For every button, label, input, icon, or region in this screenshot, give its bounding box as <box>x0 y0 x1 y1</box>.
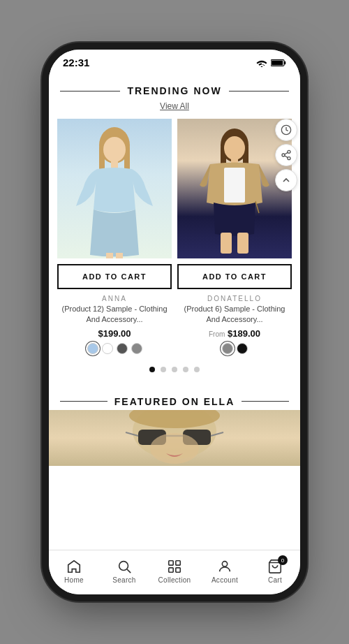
svg-rect-40 <box>169 568 173 572</box>
status-bar: 22:31 <box>49 50 300 73</box>
swatch-1-0[interactable] <box>87 343 98 354</box>
pagination-dots <box>49 361 300 383</box>
floating-actions <box>275 119 297 191</box>
featured-title: FEATURED ON ELLA <box>114 396 235 407</box>
dot-3[interactable] <box>183 367 188 372</box>
svg-line-37 <box>127 569 131 573</box>
from-label-2: From <box>209 330 225 338</box>
phone-frame: 22:31 TRENDING NOW View All <box>49 50 300 594</box>
search-icon <box>116 558 133 575</box>
product-name-2: (Product 6) Sample - Clothing And Access… <box>177 304 292 325</box>
svg-rect-39 <box>176 561 180 565</box>
featured-line-left <box>60 401 107 402</box>
dot-2[interactable] <box>172 367 177 372</box>
product-brand-2: DONATELLO <box>177 295 292 302</box>
svg-rect-21 <box>237 233 248 254</box>
featured-face <box>105 410 244 466</box>
bottom-nav: Home Search Collection <box>49 550 300 594</box>
nav-account[interactable]: Account <box>200 555 250 587</box>
product-brand-1: ANNA <box>57 295 172 302</box>
history-fab[interactable] <box>275 119 297 141</box>
fashion-figure-2 <box>193 126 276 258</box>
product-name-1: (Product 12) Sample - Clothing And Acces… <box>57 304 172 325</box>
nav-home-label: Home <box>64 576 84 584</box>
svg-rect-2 <box>284 61 285 64</box>
cart-icon: 0 <box>267 558 283 575</box>
featured-section: FEATURED ON ELLA <box>49 383 300 473</box>
add-to-cart-btn-2[interactable]: ADD TO CART <box>177 264 292 289</box>
cart-badge: 0 <box>278 555 288 565</box>
nav-collection-label: Collection <box>158 576 191 584</box>
svg-point-0 <box>261 66 263 66</box>
account-icon <box>216 558 233 575</box>
featured-header: FEATURED ON ELLA <box>49 383 300 410</box>
svg-point-7 <box>103 137 126 162</box>
svg-point-23 <box>288 150 290 153</box>
svg-point-25 <box>288 157 290 160</box>
svg-point-35 <box>150 433 199 464</box>
svg-rect-41 <box>176 568 180 572</box>
nav-search[interactable]: Search <box>99 555 149 587</box>
share-fab[interactable] <box>275 144 297 166</box>
color-swatches-1 <box>57 343 172 354</box>
status-icons <box>256 59 286 67</box>
up-fab[interactable] <box>275 169 297 191</box>
nav-search-label: Search <box>112 576 136 584</box>
product-card-1: ADD TO CART ANNA (Product 12) Sample - C… <box>54 119 174 361</box>
content-area: TRENDING NOW View All <box>49 73 300 550</box>
nav-collection[interactable]: Collection <box>149 555 200 587</box>
home-icon <box>66 558 82 575</box>
share-icon <box>281 149 292 161</box>
header-line-left <box>60 91 120 92</box>
status-time: 22:31 <box>63 57 89 68</box>
svg-point-36 <box>119 562 128 571</box>
product-price-1: $199.00 <box>57 328 172 339</box>
swatch-2-0[interactable] <box>222 343 233 354</box>
nav-home[interactable]: Home <box>49 555 99 587</box>
nav-account-label: Account <box>211 576 238 584</box>
product-image-1 <box>57 119 172 258</box>
svg-line-26 <box>285 156 288 158</box>
product-grid: ADD TO CART ANNA (Product 12) Sample - C… <box>49 119 300 361</box>
price-value-2: $189.00 <box>228 328 260 339</box>
color-swatches-2 <box>177 343 292 354</box>
trending-title: TRENDING NOW <box>127 85 221 96</box>
svg-line-27 <box>285 152 288 154</box>
view-all-container: View All <box>49 99 300 112</box>
trending-header: TRENDING NOW <box>49 73 300 99</box>
header-line-right <box>229 91 289 92</box>
swatch-1-3[interactable] <box>131 343 142 354</box>
svg-rect-19 <box>224 168 245 203</box>
svg-rect-9 <box>106 253 113 258</box>
dot-4[interactable] <box>194 367 200 372</box>
up-icon <box>281 175 292 186</box>
nav-cart-label: Cart <box>268 576 282 584</box>
add-to-cart-btn-1[interactable]: ADD TO CART <box>57 264 172 289</box>
history-icon <box>281 124 292 136</box>
featured-line-right <box>242 401 289 402</box>
dot-0[interactable] <box>149 367 155 372</box>
featured-banner <box>49 410 300 466</box>
collection-icon <box>166 558 183 575</box>
svg-point-42 <box>222 562 227 566</box>
dot-1[interactable] <box>161 367 166 372</box>
svg-point-14 <box>224 136 245 160</box>
swatch-2-1[interactable] <box>237 343 248 354</box>
svg-rect-20 <box>221 233 232 254</box>
fashion-figure-1 <box>73 126 156 258</box>
swatch-1-1[interactable] <box>102 343 113 354</box>
svg-rect-3 <box>272 60 283 65</box>
svg-rect-38 <box>169 561 173 565</box>
svg-point-24 <box>282 154 285 156</box>
svg-rect-10 <box>116 253 123 258</box>
swatch-1-2[interactable] <box>117 343 128 354</box>
wifi-icon <box>256 59 267 67</box>
product-price-2: From $189.00 <box>177 328 292 339</box>
view-all-link[interactable]: View All <box>160 101 189 111</box>
nav-cart[interactable]: 0 Cart <box>250 555 300 587</box>
product-image-bg-1 <box>57 119 172 258</box>
battery-icon <box>271 59 286 67</box>
